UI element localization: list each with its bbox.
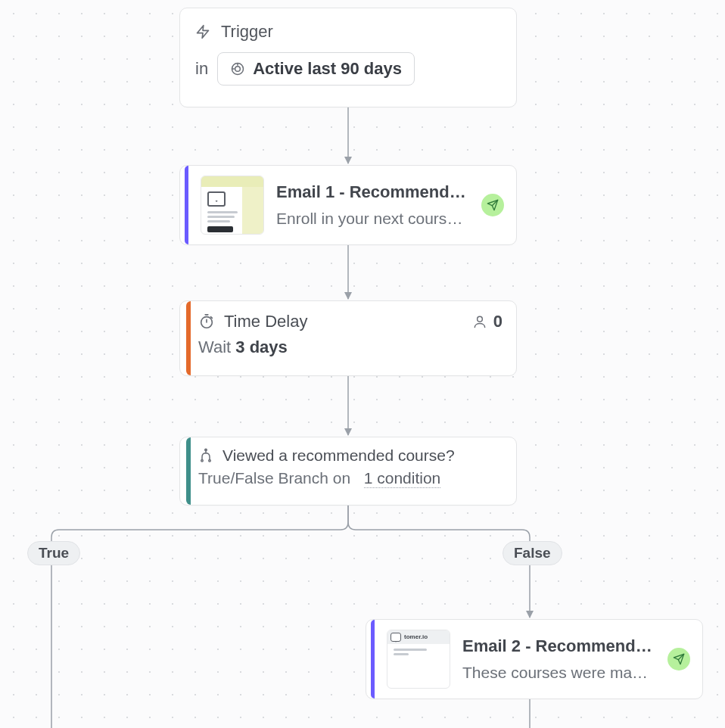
email-title: Email 2 - Recommended c… bbox=[462, 636, 655, 656]
stopwatch-icon bbox=[198, 313, 215, 330]
svg-marker-4 bbox=[198, 26, 209, 39]
branch-node[interactable]: Viewed a recommended course? True/False … bbox=[179, 437, 517, 506]
trigger-node[interactable]: Trigger in Active last 90 days bbox=[179, 8, 517, 107]
email-stripe bbox=[185, 166, 188, 244]
branch-question: Viewed a recommended course? bbox=[222, 446, 455, 465]
email-title: Email 1 - Recommended c… bbox=[276, 182, 469, 202]
svg-point-9 bbox=[201, 459, 204, 462]
branch-label-true: True bbox=[27, 541, 80, 565]
svg-point-10 bbox=[209, 459, 211, 462]
lightning-icon bbox=[195, 23, 210, 41]
delay-people-count: 0 bbox=[493, 312, 503, 331]
branch-condition-link[interactable]: 1 condition bbox=[364, 469, 441, 488]
branch-label-false: False bbox=[503, 541, 562, 565]
segment-icon bbox=[230, 61, 245, 76]
email-subject: These courses were made for … bbox=[462, 664, 655, 682]
delay-wait-prefix: Wait bbox=[198, 338, 231, 356]
branch-desc-prefix: True/False Branch on bbox=[198, 469, 350, 487]
branch-icon bbox=[198, 448, 213, 463]
email-status-badge bbox=[481, 194, 504, 216]
paper-plane-icon bbox=[487, 199, 499, 211]
svg-point-6 bbox=[235, 67, 241, 72]
email-status-badge bbox=[667, 648, 690, 670]
email-node-2[interactable]: tomer.io Email 2 - Recommended c… These … bbox=[366, 619, 703, 699]
email-node-1[interactable]: Email 1 - Recommended c… Enroll in your … bbox=[179, 165, 517, 245]
email-stripe bbox=[371, 620, 375, 698]
trigger-segment-label: Active last 90 days bbox=[253, 59, 402, 79]
branch-stripe bbox=[186, 437, 191, 505]
delay-node[interactable]: Time Delay 0 Wait 3 days bbox=[179, 300, 517, 376]
svg-point-8 bbox=[477, 316, 482, 322]
trigger-title: Trigger bbox=[221, 22, 273, 42]
email-thumbnail-brand: tomer.io bbox=[404, 633, 428, 640]
delay-stripe bbox=[186, 301, 191, 375]
delay-title: Time Delay bbox=[224, 312, 307, 331]
person-icon bbox=[472, 314, 487, 329]
email-thumbnail: tomer.io bbox=[387, 630, 450, 689]
email-thumbnail bbox=[201, 176, 264, 235]
email-subject: Enroll in your next course today! bbox=[276, 210, 469, 228]
trigger-segment-pill[interactable]: Active last 90 days bbox=[217, 52, 415, 86]
trigger-in-label: in bbox=[195, 59, 208, 79]
delay-wait-value: 3 days bbox=[235, 338, 288, 356]
paper-plane-icon bbox=[673, 653, 685, 665]
